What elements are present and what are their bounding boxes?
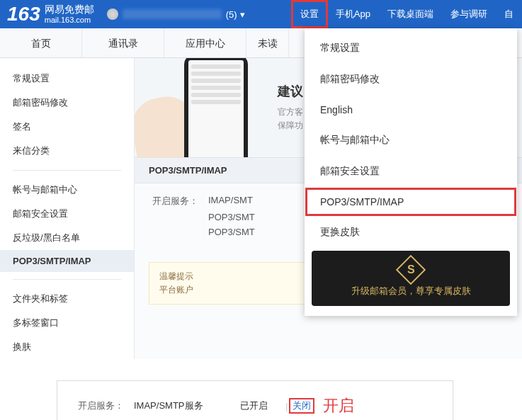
- sidebar-item-mail-sort[interactable]: 来信分类: [0, 139, 134, 163]
- topnav-survey[interactable]: 参与调研: [442, 1, 496, 28]
- tab-unread[interactable]: 未读: [246, 28, 289, 57]
- sidebar-item-general[interactable]: 常规设置: [0, 67, 134, 91]
- menu-item-general[interactable]: 常规设置: [305, 33, 517, 64]
- menu-item-english[interactable]: English: [305, 95, 517, 125]
- service-line-3: POP3/SMT: [208, 227, 255, 239]
- user-count: (5): [226, 9, 237, 20]
- logo-domain: mail.163.com: [45, 16, 94, 24]
- topnav-settings[interactable]: 设置: [292, 1, 327, 28]
- tab-app-center[interactable]: 应用中心: [164, 28, 246, 57]
- sidebar-separator-1: [13, 170, 121, 171]
- bp-row1-name: IMAP/SMTP服务: [134, 399, 240, 412]
- bottom-panel: 开启服务： IMAP/SMTP服务 已开启 | 关闭 开启 POP3/SMTP服…: [57, 380, 453, 420]
- service-label: 开启服务：: [149, 195, 198, 208]
- banner-title: 建议: [278, 83, 303, 100]
- pipe-separator: |: [285, 401, 288, 412]
- sidebar-item-pop3[interactable]: POP3/SMTP/IMAP: [0, 250, 134, 272]
- topnav-self[interactable]: 自: [496, 1, 515, 28]
- menu-promo[interactable]: S 升级邮箱会员，尊享专属皮肤: [312, 251, 510, 306]
- menu-item-account-center[interactable]: 帐号与邮箱中心: [305, 125, 517, 156]
- sidebar-item-skin[interactable]: 换肤: [0, 335, 134, 359]
- menu-item-skin[interactable]: 更换皮肤: [305, 217, 517, 248]
- sidebar-item-password[interactable]: 邮箱密码修改: [0, 91, 134, 115]
- top-nav: 设置 手机App 下载桌面端 参与调研 自: [292, 1, 515, 28]
- topnav-download-desktop[interactable]: 下载桌面端: [379, 1, 442, 28]
- service-line-2: POP3/SMT: [208, 212, 255, 222]
- sidebar-item-antispam[interactable]: 反垃圾/黑白名单: [0, 226, 134, 250]
- top-bar: 163 网易免费邮 mail.163.com (5) ▾ 设置 手机App 下载…: [0, 0, 522, 28]
- bp-label: 开启服务：: [74, 399, 124, 412]
- logo-subtitle: 网易免费邮 mail.163.com: [45, 4, 94, 23]
- tip-line1-prefix: 温馨提示: [159, 271, 193, 281]
- annotation-open: 开启: [323, 395, 354, 416]
- phone-illustration: [149, 58, 269, 157]
- coin-icon[interactable]: [107, 8, 118, 20]
- sidebar-item-folders[interactable]: 文件夹和标签: [0, 287, 134, 311]
- logo-block[interactable]: 163 网易免费邮 mail.163.com: [7, 3, 94, 25]
- bp-row1-action[interactable]: 关闭: [290, 399, 313, 412]
- user-email-blurred[interactable]: [123, 9, 222, 19]
- banner-text: 建议 官方客 保障功: [278, 83, 303, 132]
- banner-sub1: 官方客: [278, 106, 303, 119]
- tab-contacts[interactable]: 通讯录: [82, 28, 164, 57]
- topnav-mobile-app[interactable]: 手机App: [327, 1, 379, 28]
- tab-home[interactable]: 首页: [0, 28, 82, 57]
- sidebar-item-signature[interactable]: 签名: [0, 115, 134, 139]
- settings-dropdown-menu: 常规设置 邮箱密码修改 English 帐号与邮箱中心 邮箱安全设置 POP3/…: [305, 28, 517, 316]
- bp-row1-status: 已开启: [240, 399, 283, 412]
- sidebar-separator-2: [13, 279, 121, 280]
- promo-text: 升级邮箱会员，尊享专属皮肤: [351, 285, 471, 297]
- logo-163: 163: [7, 3, 40, 25]
- sidebar-item-security[interactable]: 邮箱安全设置: [0, 202, 134, 226]
- menu-item-password[interactable]: 邮箱密码修改: [305, 64, 517, 95]
- sidebar-item-multi-tab[interactable]: 多标签窗口: [0, 311, 134, 335]
- user-dropdown-caret[interactable]: ▾: [240, 9, 245, 20]
- banner-sub2: 保障功: [278, 119, 303, 132]
- menu-item-pop3[interactable]: POP3/SMTP/IMAP: [305, 187, 517, 217]
- sidebar: 常规设置 邮箱密码修改 签名 来信分类 帐号与邮箱中心 邮箱安全设置 反垃圾/黑…: [0, 58, 135, 359]
- sidebar-item-account-center[interactable]: 帐号与邮箱中心: [0, 178, 134, 202]
- menu-item-security[interactable]: 邮箱安全设置: [305, 156, 517, 187]
- promo-diamond-icon: S: [396, 255, 426, 285]
- service-line-1: IMAP/SMT: [208, 195, 253, 208]
- logo-cn: 网易免费邮: [45, 4, 94, 15]
